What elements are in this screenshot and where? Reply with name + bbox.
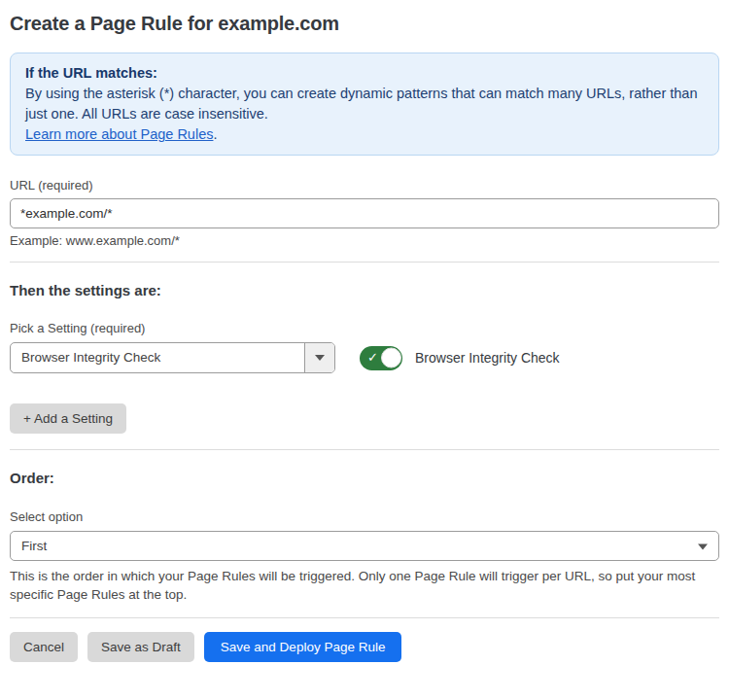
info-box-link-line: Learn more about Page Rules. — [25, 124, 704, 145]
save-deploy-button[interactable]: Save and Deploy Page Rule — [204, 632, 402, 662]
toggle-knob — [381, 348, 401, 368]
setting-dropdown-arrow-button[interactable] — [304, 343, 334, 372]
chevron-down-icon — [315, 355, 325, 361]
toggle-label: Browser Integrity Check — [415, 350, 560, 366]
check-icon: ✓ — [367, 351, 378, 364]
page-title: Create a Page Rule for example.com — [10, 13, 719, 35]
cancel-button[interactable]: Cancel — [10, 632, 78, 662]
url-match-info-box: If the URL matches: By using the asteris… — [10, 52, 719, 156]
divider — [10, 617, 719, 618]
url-input[interactable] — [10, 198, 719, 228]
order-helper-text: This is the order in which your Page Rul… — [10, 567, 719, 604]
footer-actions: Cancel Save as Draft Save and Deploy Pag… — [10, 632, 719, 662]
create-page-rule-panel: Create a Page Rule for example.com If th… — [0, 0, 729, 662]
browser-integrity-toggle[interactable]: ✓ — [360, 346, 402, 370]
divider — [10, 449, 719, 450]
save-draft-button[interactable]: Save as Draft — [87, 632, 194, 662]
learn-more-link[interactable]: Learn more about Page Rules — [25, 126, 213, 142]
url-field-label: URL (required) — [10, 178, 719, 193]
order-select[interactable]: First — [10, 531, 719, 561]
setting-dropdown[interactable]: Browser Integrity Check — [10, 342, 335, 373]
order-select-label: Select option — [10, 509, 719, 525]
info-box-heading: If the URL matches: — [25, 63, 704, 84]
divider — [10, 262, 719, 262]
info-box-body: By using the asterisk (*) character, you… — [25, 84, 704, 124]
pick-setting-label: Pick a Setting (required) — [10, 321, 719, 336]
setting-row: Browser Integrity Check ✓ Browser Integr… — [10, 342, 719, 373]
order-select-value: First — [21, 539, 47, 553]
setting-dropdown-value: Browser Integrity Check — [11, 343, 304, 372]
add-setting-button[interactable]: + Add a Setting — [10, 403, 126, 434]
order-section-heading: Order: — [10, 469, 719, 487]
chevron-down-icon — [698, 543, 708, 549]
link-suffix: . — [213, 126, 217, 142]
settings-section-heading: Then the settings are: — [10, 281, 719, 299]
url-example-helper: Example: www.example.com/* — [10, 233, 719, 249]
